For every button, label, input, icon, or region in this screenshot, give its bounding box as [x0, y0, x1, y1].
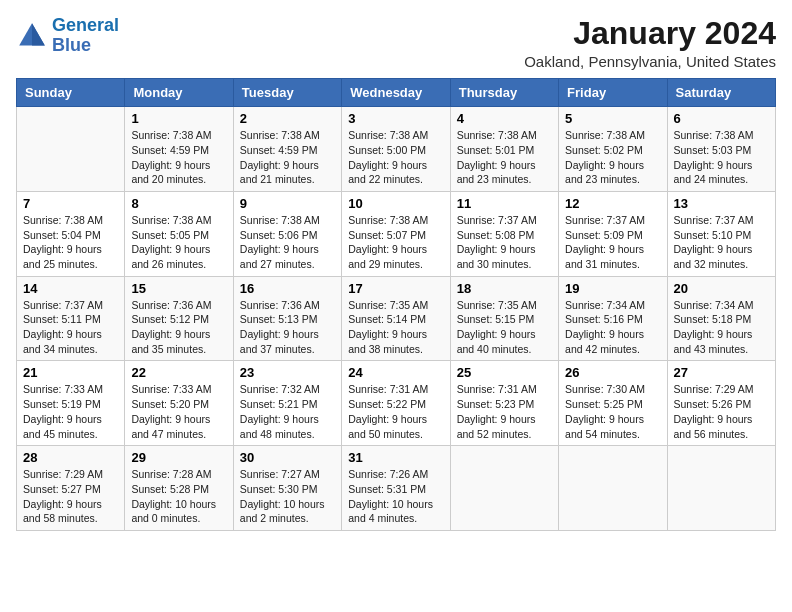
logo-line1: General — [52, 15, 119, 35]
logo: General Blue — [16, 16, 119, 56]
calendar-week-row: 14Sunrise: 7:37 AMSunset: 5:11 PMDayligh… — [17, 276, 776, 361]
day-detail: Sunrise: 7:32 AMSunset: 5:21 PMDaylight:… — [240, 382, 335, 441]
day-number: 9 — [240, 196, 335, 211]
day-detail: Sunrise: 7:34 AMSunset: 5:16 PMDaylight:… — [565, 298, 660, 357]
day-detail: Sunrise: 7:28 AMSunset: 5:28 PMDaylight:… — [131, 467, 226, 526]
calendar-cell: 24Sunrise: 7:31 AMSunset: 5:22 PMDayligh… — [342, 361, 450, 446]
day-number: 6 — [674, 111, 769, 126]
page-header: General Blue January 2024 Oakland, Penns… — [16, 16, 776, 70]
logo-icon — [16, 20, 48, 52]
day-number: 31 — [348, 450, 443, 465]
day-detail: Sunrise: 7:38 AMSunset: 5:04 PMDaylight:… — [23, 213, 118, 272]
day-number: 23 — [240, 365, 335, 380]
calendar-cell — [450, 446, 558, 531]
title-block: January 2024 Oakland, Pennsylvania, Unit… — [524, 16, 776, 70]
month-title: January 2024 — [524, 16, 776, 51]
calendar-cell: 2Sunrise: 7:38 AMSunset: 4:59 PMDaylight… — [233, 107, 341, 192]
day-number: 18 — [457, 281, 552, 296]
day-header-saturday: Saturday — [667, 79, 775, 107]
day-detail: Sunrise: 7:27 AMSunset: 5:30 PMDaylight:… — [240, 467, 335, 526]
day-number: 30 — [240, 450, 335, 465]
day-detail: Sunrise: 7:29 AMSunset: 5:27 PMDaylight:… — [23, 467, 118, 526]
day-header-tuesday: Tuesday — [233, 79, 341, 107]
day-number: 5 — [565, 111, 660, 126]
day-header-thursday: Thursday — [450, 79, 558, 107]
day-number: 24 — [348, 365, 443, 380]
calendar-cell: 1Sunrise: 7:38 AMSunset: 4:59 PMDaylight… — [125, 107, 233, 192]
day-detail: Sunrise: 7:31 AMSunset: 5:23 PMDaylight:… — [457, 382, 552, 441]
day-number: 10 — [348, 196, 443, 211]
day-number: 28 — [23, 450, 118, 465]
day-detail: Sunrise: 7:37 AMSunset: 5:09 PMDaylight:… — [565, 213, 660, 272]
day-number: 22 — [131, 365, 226, 380]
calendar-table: SundayMondayTuesdayWednesdayThursdayFrid… — [16, 78, 776, 531]
calendar-cell — [667, 446, 775, 531]
calendar-cell: 13Sunrise: 7:37 AMSunset: 5:10 PMDayligh… — [667, 191, 775, 276]
calendar-cell: 20Sunrise: 7:34 AMSunset: 5:18 PMDayligh… — [667, 276, 775, 361]
day-number: 11 — [457, 196, 552, 211]
day-number: 19 — [565, 281, 660, 296]
day-header-sunday: Sunday — [17, 79, 125, 107]
logo-text: General Blue — [52, 16, 119, 56]
day-detail: Sunrise: 7:37 AMSunset: 5:11 PMDaylight:… — [23, 298, 118, 357]
calendar-cell: 28Sunrise: 7:29 AMSunset: 5:27 PMDayligh… — [17, 446, 125, 531]
calendar-cell — [559, 446, 667, 531]
day-detail: Sunrise: 7:38 AMSunset: 5:03 PMDaylight:… — [674, 128, 769, 187]
calendar-cell: 5Sunrise: 7:38 AMSunset: 5:02 PMDaylight… — [559, 107, 667, 192]
day-detail: Sunrise: 7:37 AMSunset: 5:08 PMDaylight:… — [457, 213, 552, 272]
day-number: 7 — [23, 196, 118, 211]
calendar-cell: 27Sunrise: 7:29 AMSunset: 5:26 PMDayligh… — [667, 361, 775, 446]
day-detail: Sunrise: 7:38 AMSunset: 5:01 PMDaylight:… — [457, 128, 552, 187]
calendar-cell: 9Sunrise: 7:38 AMSunset: 5:06 PMDaylight… — [233, 191, 341, 276]
day-detail: Sunrise: 7:38 AMSunset: 5:07 PMDaylight:… — [348, 213, 443, 272]
calendar-week-row: 7Sunrise: 7:38 AMSunset: 5:04 PMDaylight… — [17, 191, 776, 276]
calendar-cell: 22Sunrise: 7:33 AMSunset: 5:20 PMDayligh… — [125, 361, 233, 446]
svg-marker-1 — [32, 23, 45, 45]
calendar-cell: 17Sunrise: 7:35 AMSunset: 5:14 PMDayligh… — [342, 276, 450, 361]
calendar-cell: 7Sunrise: 7:38 AMSunset: 5:04 PMDaylight… — [17, 191, 125, 276]
calendar-cell: 18Sunrise: 7:35 AMSunset: 5:15 PMDayligh… — [450, 276, 558, 361]
day-detail: Sunrise: 7:30 AMSunset: 5:25 PMDaylight:… — [565, 382, 660, 441]
day-number: 29 — [131, 450, 226, 465]
day-detail: Sunrise: 7:38 AMSunset: 5:02 PMDaylight:… — [565, 128, 660, 187]
day-detail: Sunrise: 7:34 AMSunset: 5:18 PMDaylight:… — [674, 298, 769, 357]
day-detail: Sunrise: 7:37 AMSunset: 5:10 PMDaylight:… — [674, 213, 769, 272]
day-detail: Sunrise: 7:38 AMSunset: 5:05 PMDaylight:… — [131, 213, 226, 272]
day-detail: Sunrise: 7:38 AMSunset: 5:00 PMDaylight:… — [348, 128, 443, 187]
calendar-cell: 30Sunrise: 7:27 AMSunset: 5:30 PMDayligh… — [233, 446, 341, 531]
day-number: 14 — [23, 281, 118, 296]
calendar-cell: 12Sunrise: 7:37 AMSunset: 5:09 PMDayligh… — [559, 191, 667, 276]
day-detail: Sunrise: 7:38 AMSunset: 5:06 PMDaylight:… — [240, 213, 335, 272]
day-detail: Sunrise: 7:31 AMSunset: 5:22 PMDaylight:… — [348, 382, 443, 441]
day-detail: Sunrise: 7:26 AMSunset: 5:31 PMDaylight:… — [348, 467, 443, 526]
day-header-friday: Friday — [559, 79, 667, 107]
day-header-wednesday: Wednesday — [342, 79, 450, 107]
day-number: 4 — [457, 111, 552, 126]
day-number: 27 — [674, 365, 769, 380]
day-number: 17 — [348, 281, 443, 296]
day-number: 8 — [131, 196, 226, 211]
calendar-cell: 16Sunrise: 7:36 AMSunset: 5:13 PMDayligh… — [233, 276, 341, 361]
day-detail: Sunrise: 7:38 AMSunset: 4:59 PMDaylight:… — [131, 128, 226, 187]
day-number: 16 — [240, 281, 335, 296]
calendar-cell: 8Sunrise: 7:38 AMSunset: 5:05 PMDaylight… — [125, 191, 233, 276]
day-number: 15 — [131, 281, 226, 296]
day-detail: Sunrise: 7:36 AMSunset: 5:12 PMDaylight:… — [131, 298, 226, 357]
day-number: 20 — [674, 281, 769, 296]
day-number: 12 — [565, 196, 660, 211]
day-number: 2 — [240, 111, 335, 126]
calendar-cell: 26Sunrise: 7:30 AMSunset: 5:25 PMDayligh… — [559, 361, 667, 446]
calendar-header-row: SundayMondayTuesdayWednesdayThursdayFrid… — [17, 79, 776, 107]
calendar-week-row: 28Sunrise: 7:29 AMSunset: 5:27 PMDayligh… — [17, 446, 776, 531]
day-number: 21 — [23, 365, 118, 380]
day-detail: Sunrise: 7:38 AMSunset: 4:59 PMDaylight:… — [240, 128, 335, 187]
calendar-cell: 11Sunrise: 7:37 AMSunset: 5:08 PMDayligh… — [450, 191, 558, 276]
calendar-cell: 4Sunrise: 7:38 AMSunset: 5:01 PMDaylight… — [450, 107, 558, 192]
calendar-cell: 31Sunrise: 7:26 AMSunset: 5:31 PMDayligh… — [342, 446, 450, 531]
day-detail: Sunrise: 7:29 AMSunset: 5:26 PMDaylight:… — [674, 382, 769, 441]
day-header-monday: Monday — [125, 79, 233, 107]
calendar-cell: 25Sunrise: 7:31 AMSunset: 5:23 PMDayligh… — [450, 361, 558, 446]
calendar-week-row: 1Sunrise: 7:38 AMSunset: 4:59 PMDaylight… — [17, 107, 776, 192]
day-number: 25 — [457, 365, 552, 380]
day-number: 26 — [565, 365, 660, 380]
